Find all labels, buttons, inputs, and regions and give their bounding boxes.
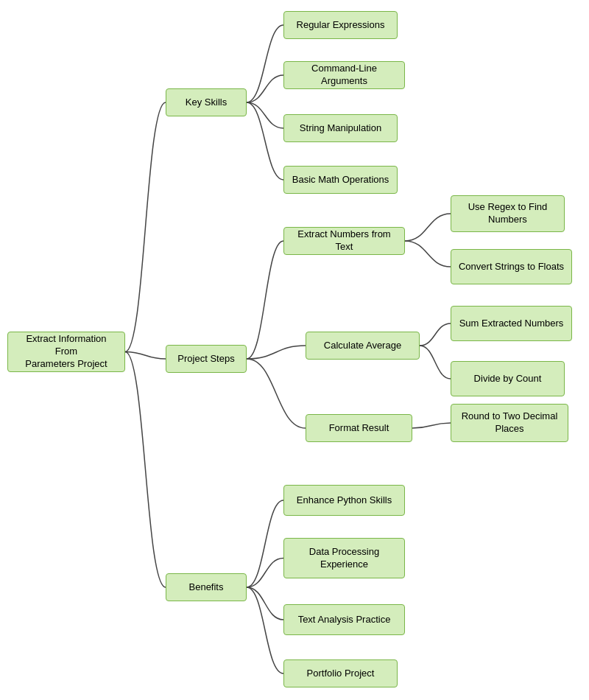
use-regex-node: Use Regex to Find Numbers [451, 195, 565, 232]
round-two-decimal-node: Round to Two Decimal Places [451, 404, 568, 442]
basic-math-node: Basic Math Operations [283, 166, 398, 194]
string-manipulation-node: String Manipulation [283, 114, 398, 142]
key-skills-node: Key Skills [166, 88, 247, 116]
calculate-average-node: Calculate Average [306, 332, 420, 360]
format-result-node: Format Result [306, 414, 412, 442]
data-processing-node: Data Processing Experience [283, 538, 405, 578]
convert-strings-node: Convert Strings to Floats [451, 249, 572, 284]
extract-numbers-node: Extract Numbers from Text [283, 227, 405, 255]
text-analysis-node: Text Analysis Practice [283, 604, 405, 635]
enhance-python-node: Enhance Python Skills [283, 485, 405, 516]
sum-extracted-node: Sum Extracted Numbers [451, 306, 572, 341]
benefits-node: Benefits [166, 573, 247, 601]
root-node: Extract Information From Parameters Proj… [7, 332, 125, 372]
portfolio-project-node: Portfolio Project [283, 659, 398, 687]
command-line-node: Command-Line Arguments [283, 61, 405, 89]
mind-map-diagram: Extract Information From Parameters Proj… [0, 0, 589, 700]
divide-by-count-node: Divide by Count [451, 361, 565, 396]
project-steps-node: Project Steps [166, 345, 247, 373]
regular-expressions-node: Regular Expressions [283, 11, 398, 39]
